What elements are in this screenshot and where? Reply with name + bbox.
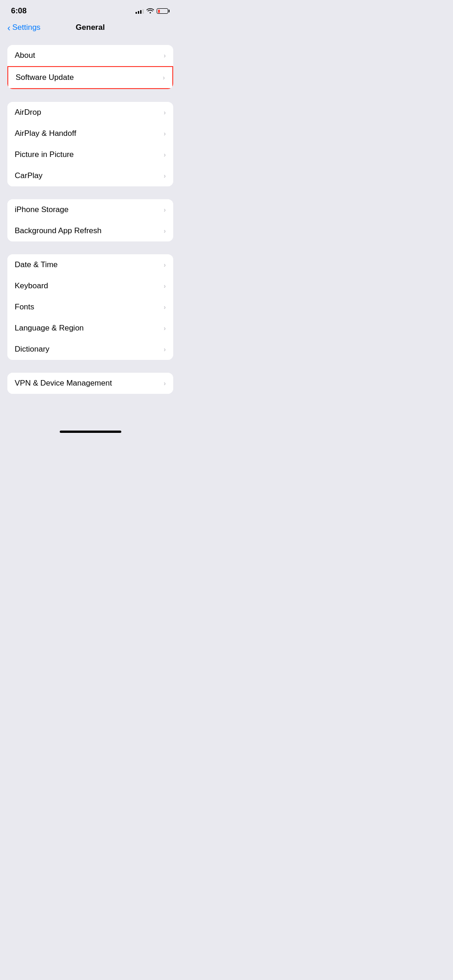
keyboard-chevron-icon: ›: [164, 282, 166, 290]
language-region-chevron-icon: ›: [164, 325, 166, 332]
back-chevron-icon: ‹: [7, 23, 11, 32]
dictionary-label: Dictionary: [15, 345, 50, 354]
section-locale: Date & Time › Keyboard › Fonts › Languag…: [7, 254, 173, 360]
fonts-label: Fonts: [15, 302, 34, 312]
iphone-storage-chevron-icon: ›: [164, 206, 166, 213]
vpn-device-management-chevron-icon: ›: [164, 380, 166, 387]
language-region-item[interactable]: Language & Region ›: [7, 318, 173, 339]
page-title: General: [76, 23, 105, 32]
vpn-device-management-label: VPN & Device Management: [15, 379, 112, 388]
about-chevron-icon: ›: [164, 52, 166, 59]
dictionary-item[interactable]: Dictionary ›: [7, 339, 173, 360]
picture-in-picture-label: Picture in Picture: [15, 150, 74, 159]
content: About › Software Update › AirDrop › AirP…: [0, 38, 181, 425]
home-bar: [60, 431, 121, 433]
status-time: 6:08: [11, 6, 27, 16]
nav-bar: ‹ Settings General: [0, 19, 181, 38]
dictionary-chevron-icon: ›: [164, 346, 166, 353]
date-time-item[interactable]: Date & Time ›: [7, 254, 173, 275]
signal-icon: [136, 8, 144, 14]
iphone-storage-item[interactable]: iPhone Storage ›: [7, 199, 173, 220]
carplay-label: CarPlay: [15, 171, 42, 180]
keyboard-label: Keyboard: [15, 281, 48, 291]
software-update-label: Software Update: [16, 73, 74, 82]
about-label: About: [15, 51, 35, 60]
fonts-item[interactable]: Fonts ›: [7, 297, 173, 318]
language-region-label: Language & Region: [15, 324, 84, 333]
airplay-handoff-item[interactable]: AirPlay & Handoff ›: [7, 123, 173, 144]
home-indicator: [0, 425, 181, 437]
date-time-label: Date & Time: [15, 260, 58, 269]
picture-in-picture-item[interactable]: Picture in Picture ›: [7, 144, 173, 165]
fonts-chevron-icon: ›: [164, 303, 166, 311]
date-time-chevron-icon: ›: [164, 261, 166, 269]
section-connectivity: AirDrop › AirPlay & Handoff › Picture in…: [7, 102, 173, 186]
about-item[interactable]: About ›: [7, 45, 173, 66]
airplay-handoff-chevron-icon: ›: [164, 130, 166, 137]
carplay-item[interactable]: CarPlay ›: [7, 165, 173, 186]
background-app-refresh-chevron-icon: ›: [164, 227, 166, 235]
background-app-refresh-item[interactable]: Background App Refresh ›: [7, 220, 173, 241]
section-storage: iPhone Storage › Background App Refresh …: [7, 199, 173, 241]
battery-icon: [157, 8, 170, 14]
back-button[interactable]: ‹ Settings: [7, 23, 40, 32]
airplay-handoff-label: AirPlay & Handoff: [15, 129, 76, 138]
iphone-storage-label: iPhone Storage: [15, 205, 68, 214]
vpn-device-management-item[interactable]: VPN & Device Management ›: [7, 373, 173, 394]
airdrop-label: AirDrop: [15, 108, 41, 117]
airdrop-item[interactable]: AirDrop ›: [7, 102, 173, 123]
status-bar: 6:08: [0, 0, 181, 19]
background-app-refresh-label: Background App Refresh: [15, 226, 102, 235]
wifi-icon: [147, 7, 154, 15]
software-update-item[interactable]: Software Update ›: [7, 66, 173, 89]
airdrop-chevron-icon: ›: [164, 109, 166, 116]
keyboard-item[interactable]: Keyboard ›: [7, 275, 173, 297]
section-top: About › Software Update ›: [7, 45, 173, 89]
section-vpn: VPN & Device Management ›: [7, 373, 173, 394]
carplay-chevron-icon: ›: [164, 172, 166, 179]
back-label: Settings: [12, 23, 40, 32]
software-update-chevron-icon: ›: [163, 74, 165, 81]
picture-in-picture-chevron-icon: ›: [164, 151, 166, 158]
status-icons: [136, 7, 170, 15]
